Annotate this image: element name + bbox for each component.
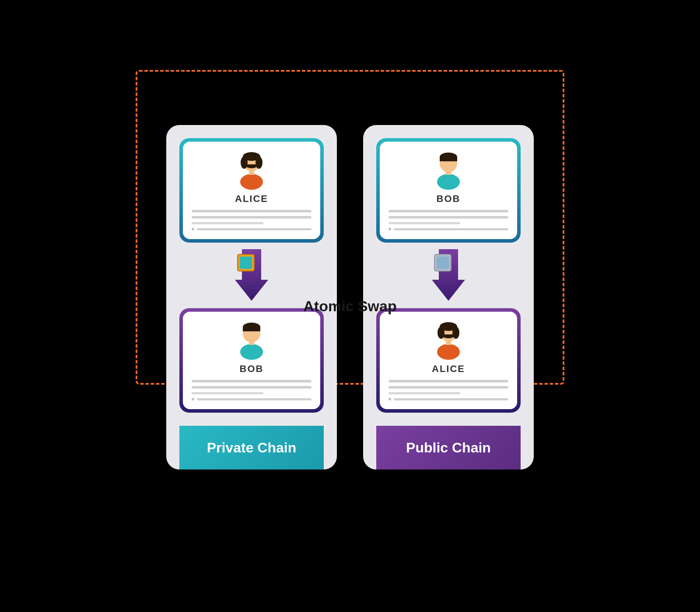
public-chain-label: Public Chain xyxy=(406,440,491,456)
private-token-box xyxy=(237,254,255,272)
svg-rect-27 xyxy=(446,340,451,345)
alice-pub-line-2 xyxy=(388,386,508,389)
private-chain-label: Private Chain xyxy=(207,440,297,456)
alice-card-lines-private xyxy=(192,210,312,230)
alice-card-public: ALICE xyxy=(378,310,519,411)
atomic-swap-label: Atomic Swap xyxy=(303,298,396,315)
bob-pub-dots xyxy=(388,228,508,230)
alice-name-private: ALICE xyxy=(235,193,268,205)
svg-rect-13 xyxy=(249,341,254,345)
bob-pub-dot-1 xyxy=(388,228,391,230)
svg-point-4 xyxy=(240,174,263,190)
card-dots-row xyxy=(192,228,312,230)
bob-name-private: BOB xyxy=(240,363,264,375)
card-line-1 xyxy=(192,210,312,212)
bob-dot-1 xyxy=(192,398,194,400)
bob-card-wrapper-private: BOB xyxy=(179,308,324,413)
svg-rect-18 xyxy=(446,170,451,175)
bob-card-line-3 xyxy=(192,392,263,394)
bob-card-line-4 xyxy=(197,398,312,400)
card-line-4 xyxy=(197,228,312,230)
private-chain-footer: Private Chain xyxy=(179,426,324,469)
alice-card-wrapper-public: ALICE xyxy=(376,308,521,413)
card-line-3 xyxy=(192,222,263,224)
card-line-2 xyxy=(192,216,312,219)
bob-card-line-2 xyxy=(192,386,312,389)
bob-pub-line-3 xyxy=(388,222,460,224)
alice-pub-line-3 xyxy=(388,392,460,394)
bob-card-dots-row xyxy=(192,398,312,400)
alice-card-wrapper-private: ALICE xyxy=(179,138,324,243)
bob-card-line-1 xyxy=(192,380,312,382)
svg-rect-5 xyxy=(249,170,254,175)
alice-pub-dot-1 xyxy=(388,398,391,400)
svg-rect-11 xyxy=(243,327,260,331)
bob-card-public: BOB xyxy=(378,140,519,241)
bob-pub-line-4 xyxy=(394,228,508,230)
svg-rect-16 xyxy=(440,157,457,161)
svg-point-26 xyxy=(437,344,460,360)
public-chain-footer: Public Chain xyxy=(376,426,521,469)
alice-avatar-private xyxy=(232,150,271,190)
bob-pub-line-2 xyxy=(388,216,508,219)
private-arrow-container xyxy=(230,249,273,302)
alice-pub-line-1 xyxy=(388,380,508,382)
svg-point-12 xyxy=(240,344,263,360)
svg-rect-20 xyxy=(437,257,449,269)
alice-pub-dots xyxy=(388,398,508,400)
alice-name-public: ALICE xyxy=(432,363,465,375)
svg-rect-7 xyxy=(240,257,252,269)
alice-avatar-public xyxy=(429,320,468,360)
dot-1 xyxy=(192,228,194,230)
bob-card-private: BOB xyxy=(181,310,322,411)
bob-pub-line-1 xyxy=(388,210,508,212)
bob-name-public: BOB xyxy=(437,193,461,205)
alice-pub-line-4 xyxy=(394,398,508,400)
alice-card-private: ALICE xyxy=(181,140,322,241)
bob-card-lines-public xyxy=(388,210,508,230)
scene: Atomic Swap xyxy=(109,26,591,586)
bob-card-lines-private xyxy=(192,380,312,400)
public-token-box xyxy=(434,254,452,272)
bob-avatar-private xyxy=(232,320,271,360)
bob-card-wrapper-public: BOB xyxy=(376,138,521,243)
svg-point-17 xyxy=(437,174,460,190)
bob-avatar-public xyxy=(429,150,468,190)
public-arrow-container xyxy=(427,249,470,302)
alice-card-lines-public xyxy=(388,380,508,400)
